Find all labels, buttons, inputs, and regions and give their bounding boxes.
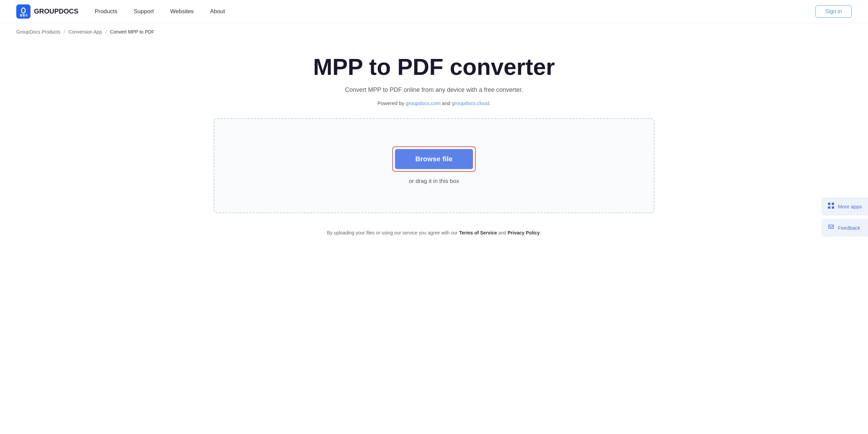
svg-rect-8: [828, 206, 830, 209]
logo-icon: [16, 4, 31, 19]
footer-note-prefix: By uploading your files or using our ser…: [327, 230, 459, 235]
breadcrumb-sep-2: /: [105, 29, 107, 35]
footer-note: By uploading your files or using our ser…: [327, 230, 541, 235]
drop-zone[interactable]: Browse file or drag it in this box: [214, 118, 654, 213]
browse-file-button[interactable]: Browse file: [395, 149, 473, 169]
more-apps-button[interactable]: More apps: [822, 198, 868, 215]
nav-support[interactable]: Support: [134, 8, 154, 15]
svg-rect-5: [25, 14, 27, 17]
side-buttons: More apps Feedback: [822, 198, 868, 237]
more-apps-label: More apps: [838, 204, 862, 209]
svg-point-2: [22, 8, 25, 13]
feedback-button[interactable]: Feedback: [822, 219, 868, 237]
drag-text: or drag it in this box: [409, 178, 459, 185]
breadcrumb-sep-1: /: [64, 29, 65, 35]
tos-link[interactable]: Terms of Service: [459, 230, 497, 235]
site-header: GROUPDOCS Products Support Websites Abou…: [0, 0, 868, 23]
more-apps-icon: [828, 202, 834, 211]
main-content: MPP to PDF converter Convert MPP to PDF …: [0, 41, 868, 256]
logo-text: GROUPDOCS: [34, 7, 78, 15]
svg-rect-4: [23, 14, 25, 17]
breadcrumb-current: Convert MPP to PDF: [110, 29, 154, 35]
svg-rect-9: [832, 206, 834, 209]
powered-by: Powered by groupdocs.com and groupdocs.c…: [377, 100, 491, 106]
breadcrumb-groupdocs[interactable]: GroupDocs Products: [16, 29, 60, 35]
groupdocs-cloud-link[interactable]: groupdocs.cloud: [452, 100, 489, 106]
header-left: GROUPDOCS Products Support Websites Abou…: [16, 4, 225, 19]
nav-products[interactable]: Products: [95, 8, 117, 15]
browse-btn-wrapper: Browse file: [392, 146, 476, 172]
privacy-link[interactable]: Privacy Policy: [508, 230, 540, 235]
feedback-label: Feedback: [838, 225, 860, 231]
page-title: MPP to PDF converter: [313, 54, 555, 80]
groupdocs-com-link[interactable]: groupdocs.com: [406, 100, 441, 106]
logo[interactable]: GROUPDOCS: [16, 4, 78, 19]
powered-by-prefix: Powered by: [377, 100, 406, 106]
powered-by-middle: and: [440, 100, 452, 106]
sign-in-button[interactable]: Sign in: [815, 5, 852, 18]
footer-note-suffix: .: [540, 230, 541, 235]
main-nav: Products Support Websites About: [95, 8, 225, 15]
nav-about[interactable]: About: [210, 8, 225, 15]
footer-note-middle: and: [497, 230, 508, 235]
powered-by-suffix: .: [489, 100, 491, 106]
svg-rect-6: [828, 203, 830, 205]
page-subtitle: Convert MPP to PDF online from any devic…: [345, 86, 523, 94]
header-right: Sign in: [815, 5, 852, 18]
svg-rect-3: [20, 14, 22, 17]
svg-rect-7: [832, 203, 834, 205]
breadcrumb-conversion[interactable]: Conversion App: [68, 29, 102, 35]
feedback-icon: [828, 224, 834, 232]
nav-websites[interactable]: Websites: [170, 8, 194, 15]
breadcrumb: GroupDocs Products / Conversion App / Co…: [0, 23, 868, 41]
